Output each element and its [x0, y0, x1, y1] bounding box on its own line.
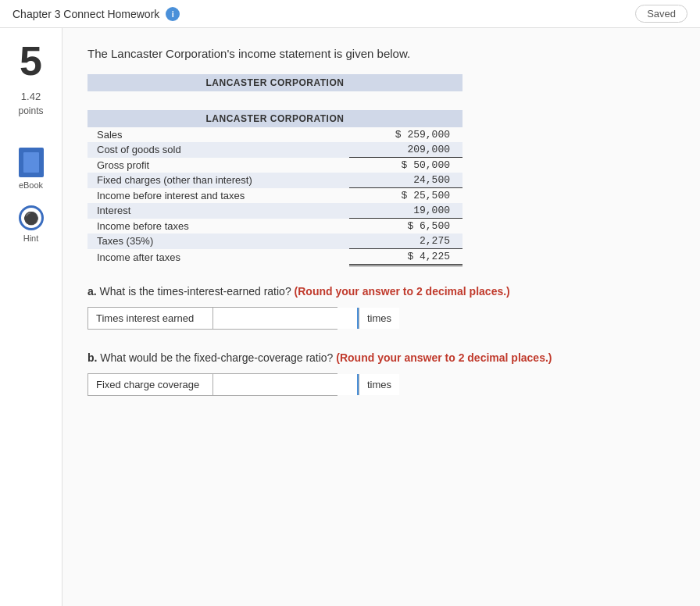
row-label: Income after taxes: [88, 249, 349, 266]
question-b-part-label: b.: [88, 351, 97, 364]
question-b-section: b. What would be the fixed-charge-covera…: [88, 351, 675, 396]
hint-label: Hint: [23, 233, 39, 243]
row-label: Interest: [88, 203, 349, 219]
table-header: LANCASTER CORPORATION: [88, 74, 462, 91]
question-b-answer-row: Fixed charge coverage times: [88, 373, 338, 396]
question-a-unit: times: [359, 308, 399, 329]
company-name: LANCASTER CORPORATION: [88, 74, 462, 91]
row-label: Taxes (35%): [88, 233, 349, 249]
question-a-part-label: a.: [88, 285, 97, 298]
question-b-input[interactable]: [213, 374, 359, 395]
question-a-highlight: (Round your answer to 2 decimal places.): [295, 285, 510, 298]
question-b-unit: times: [359, 374, 399, 395]
question-number: 5: [20, 41, 42, 81]
row-amount: $ 259,000: [349, 127, 462, 142]
table-row: Interest19,000: [88, 203, 462, 219]
table-row: Sales$ 259,000: [88, 127, 462, 142]
question-b-body: What would be the fixed-charge-coverage …: [100, 351, 333, 364]
income-table: LANCASTER CORPORATION: [88, 74, 462, 91]
info-icon[interactable]: i: [166, 7, 180, 21]
ebook-tool[interactable]: eBook: [19, 148, 44, 190]
content-area: The Lancaster Corporation's income state…: [62, 28, 700, 606]
income-data-table: LANCASTER CORPORATIONSales$ 259,000Cost …: [88, 110, 462, 266]
page-header: Chapter 3 Connect Homework i Saved: [0, 0, 700, 28]
ebook-label: eBook: [19, 180, 43, 190]
ebook-icon: [19, 148, 44, 177]
hint-tool[interactable]: ⚫ Hint: [19, 205, 44, 243]
row-amount: 19,000: [349, 203, 462, 219]
sidebar: 5 1.42 points eBook ⚫ Hint: [0, 28, 62, 606]
row-amount: 209,000: [349, 142, 462, 158]
company-name-header: LANCASTER CORPORATION: [88, 110, 462, 127]
points-value: 1.42: [21, 91, 41, 102]
saved-button[interactable]: Saved: [635, 5, 688, 23]
table-row: Income after taxes$ 4,225: [88, 249, 462, 266]
main-layout: 5 1.42 points eBook ⚫ Hint The Lancaster…: [0, 28, 700, 606]
row-label: Fixed charges (other than interest): [88, 173, 349, 188]
table-row: Fixed charges (other than interest)24,50…: [88, 173, 462, 188]
points-label: points: [18, 105, 43, 116]
row-amount: 24,500: [349, 173, 462, 188]
row-amount: $ 25,500: [349, 188, 462, 204]
question-a-input[interactable]: [213, 308, 359, 329]
row-label: Gross profit: [88, 158, 349, 173]
row-label: Cost of goods sold: [88, 142, 349, 158]
header-left: Chapter 3 Connect Homework i: [12, 7, 180, 21]
question-b-highlight: (Round your answer to 2 decimal places.): [336, 351, 552, 364]
table-row: Income before taxes$ 6,500: [88, 219, 462, 234]
hint-icon: ⚫: [19, 205, 44, 230]
row-amount: $ 50,000: [349, 158, 462, 173]
table-row: Gross profit$ 50,000: [88, 158, 462, 173]
table-row: Income before interest and taxes$ 25,500: [88, 188, 462, 204]
question-b-answer-label: Fixed charge coverage: [88, 374, 213, 395]
question-a-answer-label: Times interest earned: [88, 308, 213, 329]
row-label: Sales: [88, 127, 349, 142]
question-a-body: What is the times-interest-earned ratio?: [100, 285, 291, 298]
table-row: Cost of goods sold209,000: [88, 142, 462, 158]
problem-intro: The Lancaster Corporation's income state…: [88, 47, 675, 60]
page-title: Chapter 3 Connect Homework: [12, 8, 159, 20]
question-b-text: b. What would be the fixed-charge-covera…: [88, 351, 675, 364]
table-row: Taxes (35%)2,275: [88, 233, 462, 249]
question-a-answer-row: Times interest earned times: [88, 307, 338, 330]
row-amount: 2,275: [349, 233, 462, 249]
row-amount: $ 4,225: [349, 249, 462, 266]
question-a-section: a. What is the times-interest-earned rat…: [88, 285, 675, 330]
row-label: Income before interest and taxes: [88, 188, 349, 204]
row-amount: $ 6,500: [349, 219, 462, 234]
row-label: Income before taxes: [88, 219, 349, 234]
question-a-text: a. What is the times-interest-earned rat…: [88, 285, 675, 298]
